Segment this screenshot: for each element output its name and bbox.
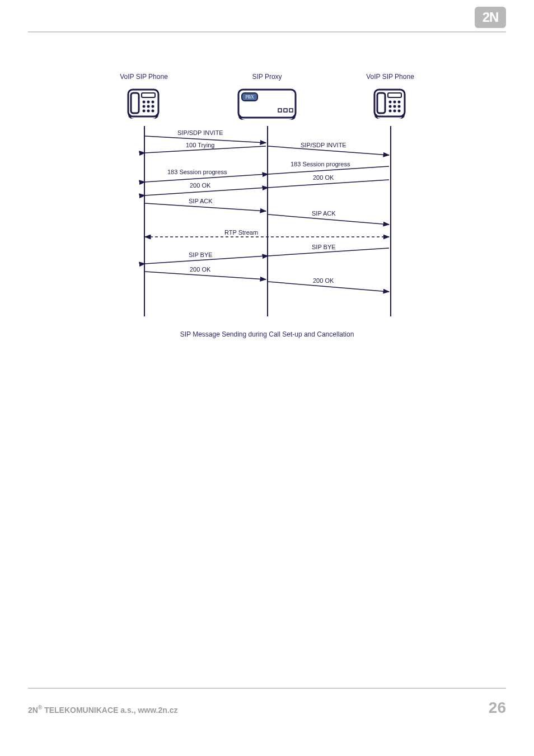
svg-point-24 [394, 105, 396, 108]
svg-line-32 [268, 166, 389, 174]
svg-line-35 [145, 188, 266, 195]
svg-point-8 [152, 105, 154, 108]
voip-phone-icon [126, 86, 161, 122]
msg-trying: 100 Trying [186, 142, 214, 148]
footer-row: 2N® TELEKOMUNIKACE a.s., www.2n.cz 26 [28, 699, 506, 717]
svg-point-10 [147, 110, 150, 113]
msg-bye-right: SIP BYE [312, 244, 336, 250]
svg-point-3 [143, 101, 146, 104]
proxy-badge-text: PBX [245, 95, 254, 100]
msg-200-right: 200 OK [313, 174, 334, 181]
svg-point-11 [152, 110, 154, 113]
msg-invite-2: SIP/SDP INVITE [301, 142, 346, 148]
svg-line-34 [268, 180, 389, 188]
footer-brand: 2N [28, 706, 38, 715]
svg-rect-1 [131, 93, 139, 113]
svg-line-36 [145, 203, 266, 211]
svg-point-22 [398, 101, 401, 104]
footer-company: 2N® TELEKOMUNIKACE a.s., www.2n.cz [28, 704, 177, 715]
brand-logo-text: 2N [483, 10, 499, 25]
svg-point-26 [389, 110, 392, 113]
message-arrows [121, 126, 413, 316]
svg-point-23 [389, 105, 392, 108]
msg-invite-1: SIP/SDP INVITE [177, 129, 223, 136]
actor-label-right: VoIP SIP Phone [357, 73, 424, 81]
svg-point-25 [398, 105, 401, 108]
msg-200-fin-l: 200 OK [190, 266, 210, 273]
svg-point-21 [394, 101, 396, 104]
page-header: 2N [0, 0, 534, 34]
msg-183-right: 183 Session progress [291, 161, 350, 167]
msg-rtp: RTP Stream [224, 229, 258, 236]
svg-point-20 [389, 101, 392, 104]
page-content: VoIP SIP Phone SIP Proxy VoIP SIP Phone [0, 73, 534, 336]
svg-point-4 [147, 101, 150, 104]
footer-divider [28, 688, 506, 689]
sip-proxy-icon: PBX [236, 86, 298, 122]
svg-point-5 [152, 101, 154, 104]
svg-point-6 [143, 105, 146, 108]
sip-sequence-diagram: VoIP SIP Phone SIP Proxy VoIP SIP Phone [121, 73, 413, 336]
voip-phone-icon [372, 86, 407, 122]
diagram-caption: SIP Message Sending during Call Set-up a… [121, 330, 413, 338]
actor-label-center: SIP Proxy [233, 73, 301, 81]
page-number: 26 [489, 699, 506, 717]
msg-bye-left: SIP BYE [189, 251, 213, 258]
footer-rest: TELEKOMUNIKACE a.s., www.2n.cz [42, 706, 177, 715]
svg-point-27 [394, 110, 396, 113]
msg-200-fin-r: 200 OK [313, 277, 334, 284]
msg-200-left: 200 OK [190, 182, 210, 189]
lifelines: SIP/SDP INVITE 100 Trying SIP/SDP INVITE… [121, 126, 413, 316]
svg-line-41 [145, 272, 266, 279]
svg-rect-18 [377, 93, 385, 113]
svg-point-7 [147, 105, 150, 108]
page-footer: 2N® TELEKOMUNIKACE a.s., www.2n.cz 26 [28, 688, 506, 717]
svg-point-9 [143, 110, 146, 113]
actor-label-left: VoIP SIP Phone [110, 73, 177, 81]
header-divider [28, 31, 506, 32]
msg-ack-left: SIP ACK [189, 198, 213, 204]
msg-ack-right: SIP ACK [312, 210, 336, 217]
brand-logo-icon: 2N [475, 7, 506, 28]
svg-point-28 [398, 110, 401, 113]
svg-line-33 [145, 174, 266, 182]
msg-183-left: 183 Session progress [167, 169, 227, 175]
page: 2N VoIP SIP Phone SIP Proxy VoIP SIP Pho… [0, 0, 534, 756]
